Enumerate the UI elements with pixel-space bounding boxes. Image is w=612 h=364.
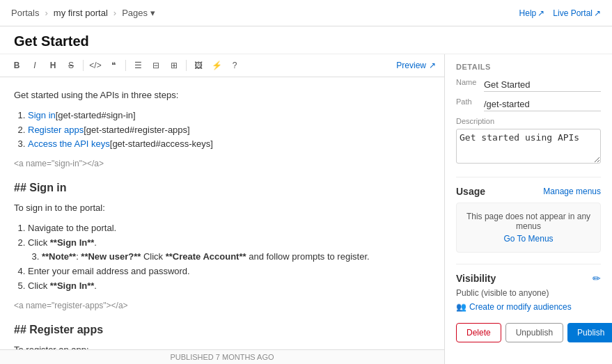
- help-label: Help: [519, 8, 537, 18]
- live-portal-label: Live Portal: [553, 8, 593, 18]
- manage-menus-link[interactable]: Manage menus: [543, 187, 601, 196]
- italic-button[interactable]: I: [26, 57, 43, 74]
- status-text: PUBLISHED 7 MONTHS AGO: [170, 353, 274, 361]
- ul-button[interactable]: ☰: [130, 57, 146, 74]
- table-button[interactable]: ⊞: [166, 57, 182, 74]
- pages-label: Pages: [122, 8, 148, 18]
- page-title-area: Get Started: [0, 26, 612, 54]
- divider1: [456, 177, 601, 177]
- strikethrough-button[interactable]: S: [63, 57, 79, 74]
- path-label: Path: [456, 97, 478, 106]
- intro-steps: Sign in[get-started#sign-in] Register ap…: [28, 109, 430, 152]
- intro-text: Get started using the APIs in three step…: [14, 88, 430, 103]
- usage-text: This page does not appear in any menus: [466, 212, 590, 231]
- section1-heading: ## Sign in: [14, 179, 430, 197]
- live-portal-link[interactable]: Live Portal ↗: [553, 8, 601, 18]
- editor-content[interactable]: Get started using the APIs in three step…: [0, 77, 444, 349]
- right-sidebar: DETAILS Name Path Description Usage Mana…: [445, 54, 612, 364]
- action-buttons: Delete Unpublish Publish: [456, 323, 601, 342]
- portal-name: my first portal: [54, 8, 108, 18]
- link-button[interactable]: ⚡: [208, 57, 225, 74]
- help-link[interactable]: Help ↗: [519, 8, 545, 18]
- audience-icon: 👥: [456, 302, 466, 312]
- help-button[interactable]: ?: [226, 57, 243, 74]
- bold-button[interactable]: B: [8, 57, 25, 74]
- audience-link[interactable]: 👥 Create or modify audiences: [456, 302, 601, 312]
- quote-button[interactable]: ❝: [105, 57, 122, 74]
- section1-steps: Navigate to the portal. Click **Sign In*…: [28, 221, 430, 294]
- section2-heading: ## Register apps: [14, 321, 430, 339]
- name-label: Name: [456, 78, 478, 86]
- anchor1: <a name="sign-in"></a>: [14, 157, 430, 171]
- publish-button[interactable]: Publish: [567, 323, 612, 342]
- preview-label: Preview: [396, 61, 426, 70]
- chevron-down-icon: ▾: [150, 8, 155, 18]
- path-input[interactable]: [484, 97, 601, 111]
- go-to-menus-link[interactable]: Go To Menus: [465, 234, 592, 244]
- code-button[interactable]: </>: [87, 57, 104, 74]
- usage-header: Usage Manage menus: [456, 186, 601, 197]
- step3-link[interactable]: Access the API keys: [28, 139, 110, 149]
- details-title: DETAILS: [456, 63, 601, 71]
- main-container: B I H S </> ❝ ☰ ⊟ ⊞ 🖼 ⚡ ? Preview ↗: [0, 54, 612, 364]
- editor-toolbar: B I H S </> ❝ ☰ ⊟ ⊞ 🖼 ⚡ ? Preview ↗: [0, 54, 444, 77]
- description-field-row: Description: [456, 117, 601, 166]
- visibility-value: Public (visible to anyone): [456, 288, 601, 298]
- audience-label: Create or modify audiences: [469, 302, 572, 312]
- usage-title: Usage: [456, 186, 485, 197]
- usage-section: Usage Manage menus This page does not ap…: [456, 186, 601, 253]
- step1-link[interactable]: Sign in: [28, 110, 56, 120]
- unpublish-button[interactable]: Unpublish: [505, 323, 563, 342]
- pages-dropdown[interactable]: Pages ▾: [122, 8, 155, 18]
- top-nav: Portals › my first portal › Pages ▾ Help…: [0, 0, 612, 26]
- toolbar-sep2: [125, 60, 126, 71]
- breadcrumb: Portals › my first portal › Pages ▾: [11, 8, 155, 18]
- description-label: Description: [456, 117, 505, 125]
- name-field-row: Name: [456, 78, 601, 92]
- ol-button[interactable]: ⊟: [148, 57, 164, 74]
- details-section: DETAILS Name Path Description: [456, 63, 601, 166]
- section2-intro: To register an app:: [14, 343, 430, 349]
- toolbar-buttons: B I H S </> ❝ ☰ ⊟ ⊞ 🖼 ⚡ ?: [8, 57, 243, 74]
- divider2: [456, 264, 601, 264]
- anchor2: <a name="register-apps"></a>: [14, 299, 430, 312]
- editor-area: B I H S </> ❝ ☰ ⊟ ⊞ 🖼 ⚡ ? Preview ↗: [0, 54, 445, 364]
- page-title: Get Started: [14, 33, 89, 49]
- description-textarea[interactable]: [456, 129, 601, 164]
- external-link-icon2: ↗: [594, 8, 601, 18]
- toolbar-sep3: [186, 60, 187, 71]
- path-field-row: Path: [456, 97, 601, 111]
- visibility-section: Visibility ✏ Public (visible to anyone) …: [456, 273, 601, 312]
- name-input[interactable]: [484, 78, 601, 92]
- step2-link[interactable]: Register apps: [28, 125, 84, 135]
- status-bar: PUBLISHED 7 MONTHS AGO: [0, 349, 444, 364]
- preview-icon: ↗: [429, 61, 436, 70]
- visibility-header: Visibility ✏: [456, 273, 601, 284]
- top-nav-right: Help ↗ Live Portal ↗: [519, 8, 601, 18]
- visibility-title: Visibility: [456, 273, 496, 284]
- image-button[interactable]: 🖼: [190, 57, 207, 74]
- delete-button[interactable]: Delete: [456, 323, 501, 342]
- breadcrumb-sep2: ›: [113, 8, 116, 18]
- breadcrumb-sep: ›: [45, 8, 47, 18]
- portals-link[interactable]: Portals: [11, 8, 39, 18]
- external-link-icon: ↗: [538, 8, 544, 18]
- usage-box: This page does not appear in any menus G…: [456, 203, 601, 253]
- heading-button[interactable]: H: [45, 57, 61, 74]
- section1-intro: To sign in to the portal:: [14, 201, 430, 216]
- edit-icon[interactable]: ✏: [593, 273, 601, 284]
- preview-button[interactable]: Preview ↗: [396, 61, 436, 70]
- toolbar-sep1: [83, 60, 84, 71]
